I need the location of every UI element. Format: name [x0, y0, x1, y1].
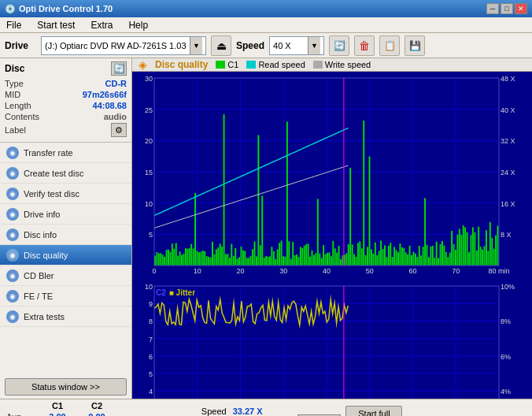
- copy-button[interactable]: 📋: [379, 35, 400, 56]
- minimize-button[interactable]: ─: [486, 3, 499, 14]
- write-speed-color-swatch: [313, 61, 323, 69]
- sidebar-item-transfer-rate[interactable]: ◉ Transfer rate: [0, 143, 131, 163]
- speed-value: 40 X: [273, 41, 308, 50]
- title-bar: 💿 Opti Drive Control 1.70 ─ □ ✕: [0, 0, 532, 17]
- sidebar-item-verify-test-disc[interactable]: ◉ Verify test disc: [0, 184, 131, 204]
- speed-info-label: Speed: [201, 407, 227, 416]
- speed-position-info: Speed 33.27 X Position 44:06.68 Samples …: [201, 407, 273, 416]
- main-content: ◈ Disc quality C1 Read speed Write speed: [132, 58, 532, 399]
- status-window-button[interactable]: Status window >>: [5, 378, 127, 396]
- menu-file[interactable]: File: [3, 17, 24, 32]
- stats-header: C1 C2: [6, 401, 116, 410]
- sidebar-item-create-test-disc[interactable]: ◉ Create test disc: [0, 163, 131, 184]
- cd-bler-icon: ◉: [6, 269, 19, 282]
- legend-c1-label: C1: [227, 60, 238, 69]
- disc-length-row: Length 44:08.68: [5, 101, 127, 110]
- sidebar-item-extra-tests[interactable]: ◉ Extra tests: [0, 306, 131, 327]
- nav-label-disc-quality: Disc quality: [24, 251, 68, 260]
- disc-quality-icon: ◉: [6, 249, 19, 262]
- nav-label-transfer-rate: Transfer rate: [24, 148, 73, 158]
- disc-info-panel: Disc 🔄 Type CD-R MID 97m26s66f Length 44…: [0, 58, 131, 143]
- read-speed-color-swatch: [246, 61, 256, 69]
- maximize-button[interactable]: □: [501, 3, 513, 14]
- chart-header: ◈ Disc quality C1 Read speed Write speed: [132, 58, 532, 72]
- sidebar: Disc 🔄 Type CD-R MID 97m26s66f Length 44…: [0, 58, 132, 399]
- main-area: Disc 🔄 Type CD-R MID 97m26s66f Length 44…: [0, 58, 532, 399]
- refresh-button[interactable]: 🔄: [329, 35, 349, 56]
- nav-label-drive-info: Drive info: [24, 210, 60, 219]
- disc-info-icon: ◉: [6, 228, 19, 241]
- charts-area: [132, 72, 532, 399]
- eject-button[interactable]: ⏏: [211, 35, 231, 56]
- verify-test-disc-icon: ◉: [6, 188, 19, 200]
- disc-contents-value: audio: [104, 112, 127, 121]
- sidebar-item-disc-info[interactable]: ◉ Disc info: [0, 225, 131, 245]
- disc-mid-value: 97m26s66f: [83, 90, 127, 99]
- stats-table: C1 C2 Avg 3.00 0.00 Max 25 0 Total 7929 …: [6, 401, 116, 416]
- speed-info-value: 33.27 X: [233, 407, 263, 416]
- chart-title-icon: ◈: [139, 58, 147, 71]
- disc-contents-label: Contents: [5, 112, 39, 121]
- transfer-rate-icon: ◉: [6, 147, 19, 159]
- c1-chart: [132, 72, 532, 280]
- speed-label: Speed: [236, 40, 264, 51]
- speed-info-row: Speed 33.27 X: [201, 407, 273, 416]
- title-bar-left: 💿 Opti Drive Control 1.70: [5, 4, 113, 14]
- speed-dropdown-button[interactable]: ▼: [308, 37, 320, 54]
- title-bar-buttons: ─ □ ✕: [486, 3, 527, 14]
- close-button[interactable]: ✕: [515, 3, 527, 14]
- stats-empty-header: [6, 401, 38, 410]
- create-test-disc-icon: ◉: [6, 167, 19, 180]
- menu-extra[interactable]: Extra: [87, 17, 116, 32]
- speed-select[interactable]: 40 X ▼: [269, 36, 324, 55]
- extra-tests-icon: ◉: [6, 310, 19, 323]
- start-full-button[interactable]: Start full: [345, 406, 402, 417]
- drive-info-icon: ◉: [6, 208, 19, 221]
- disc-section-label: Disc: [5, 63, 24, 74]
- sidebar-item-drive-info[interactable]: ◉ Drive info: [0, 204, 131, 225]
- menu-bar: File Start test Extra Help: [0, 17, 532, 33]
- drive-select[interactable]: (J:) Optiarc DVD RW AD-7261S 1.03 ▼: [41, 36, 206, 55]
- disc-refresh-button[interactable]: 🔄: [111, 61, 127, 76]
- action-buttons: Start full Start part: [345, 406, 402, 417]
- legend-write-label: Write speed: [325, 60, 371, 69]
- stats-c2-header: C2: [77, 401, 116, 410]
- avg-label: Avg: [6, 412, 38, 416]
- disc-label-button[interactable]: ⚙: [111, 123, 127, 137]
- fe-te-icon: ◉: [6, 290, 19, 303]
- app-icon: 💿: [5, 4, 16, 14]
- clear-button[interactable]: 🗑: [354, 35, 375, 56]
- menu-start-test[interactable]: Start test: [34, 17, 78, 32]
- chart-legend: C1 Read speed Write speed: [216, 60, 371, 69]
- avg-c2-value: 0.00: [77, 412, 116, 416]
- chart-title: Disc quality: [155, 59, 208, 70]
- avg-c1-value: 3.00: [38, 412, 77, 416]
- c1-color-swatch: [216, 61, 225, 69]
- sidebar-item-fe-te[interactable]: ◉ FE / TE: [0, 286, 131, 306]
- bottom-panel: C1 C2 Avg 3.00 0.00 Max 25 0 Total 7929 …: [0, 399, 532, 416]
- disc-type-label: Type: [5, 79, 24, 88]
- disc-type-value: CD-R: [105, 79, 127, 88]
- disc-contents-row: Contents audio: [5, 112, 127, 121]
- stats-c1-header: C1: [38, 401, 77, 410]
- menu-help[interactable]: Help: [125, 17, 151, 32]
- drive-value: (J:) Optiarc DVD RW AD-7261S 1.03: [45, 41, 190, 50]
- sidebar-item-disc-quality[interactable]: ◉ Disc quality: [0, 245, 131, 266]
- disc-label-row: Label ⚙: [5, 123, 127, 137]
- nav-items: ◉ Transfer rate ◉ Create test disc ◉ Ver…: [0, 143, 131, 375]
- disc-label-label: Label: [5, 125, 26, 135]
- legend-read-label: Read speed: [258, 60, 305, 69]
- sidebar-item-cd-bler[interactable]: ◉ CD Bler: [0, 266, 131, 286]
- disc-length-value: 44:08.68: [93, 101, 127, 110]
- app-title: Opti Drive Control 1.70: [19, 4, 113, 13]
- controls-right: 40 X ▼ Start full Start part: [297, 406, 402, 417]
- drive-label: Drive: [5, 40, 36, 51]
- nav-label-create-test-disc: Create test disc: [24, 169, 83, 178]
- nav-label-extra-tests: Extra tests: [24, 312, 65, 321]
- nav-label-cd-bler: CD Bler: [24, 271, 54, 280]
- drive-dropdown-button[interactable]: ▼: [190, 37, 202, 54]
- disc-info-header: Disc 🔄: [5, 61, 127, 76]
- legend-read-speed: Read speed: [246, 60, 305, 69]
- c2-jitter-chart: [132, 280, 532, 399]
- save-button[interactable]: 💾: [405, 35, 425, 56]
